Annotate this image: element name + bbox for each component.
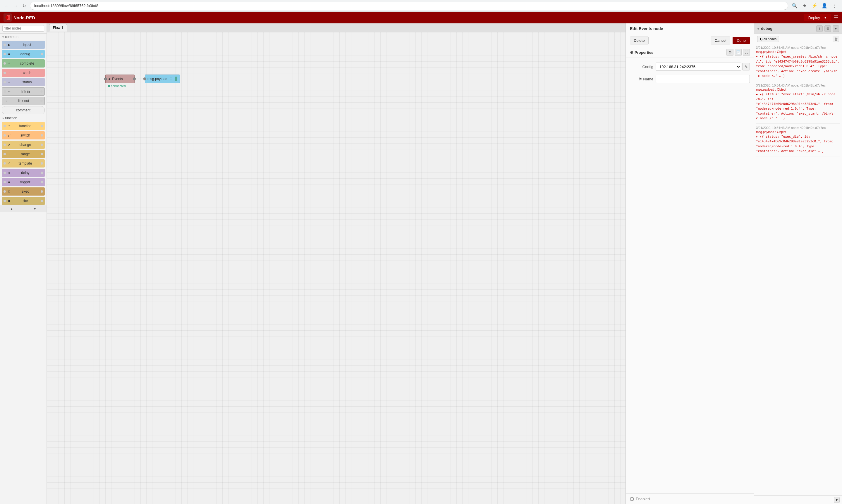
chevron-down-icon: ▾ [2,116,4,120]
debug-toggle-2[interactable]: ► [756,92,758,96]
extensions-icon[interactable]: ⚡ [810,2,819,10]
edit-panel-header: Edit Events node [626,23,754,34]
config-input-wrapper: 192.168.31.242:2375 ✎ [656,62,750,71]
nodered-logo [3,14,12,22]
debug-toggle-1[interactable]: ► [756,55,758,58]
node-inject[interactable]: ▶ inject [2,41,45,49]
canvas-node-msgpayload[interactable]: msg.payload ☰ [145,75,180,83]
filter-icon: ◐ [760,37,763,41]
profile-icon[interactable]: 👤 [820,2,828,10]
node-change[interactable]: ✕ change [2,141,45,149]
debug-msg-meta-3: 3/21/2020, 10:54:43 AM node: 4201b42d.d7… [756,126,840,129]
gear-icon: ⚙ [630,50,633,55]
menu-icon[interactable]: ⋮ [830,2,839,10]
scroll-up-button[interactable]: ▲ [0,206,23,212]
reload-button[interactable]: ↻ [21,3,28,9]
debug-clear-button[interactable]: 🗑 [832,36,839,42]
node-linkin[interactable]: ← link in [2,87,45,95]
edit-panel-footer: Enabled [626,493,754,504]
deploy-arrow[interactable]: ▼ [822,16,827,19]
browser-bar: ← → ↻ localhost:1880/#flow/69f65762.fb3b… [0,0,842,12]
sidebar-scroll-arrows: ▲ ▼ [0,205,47,212]
debug-collapse-button[interactable]: ▼ [832,25,839,32]
debug-info-button[interactable]: i [816,25,823,32]
port-left [3,43,6,46]
node-trigger[interactable]: ■ trigger [2,178,45,186]
node-exec[interactable]: ⚙ exec [2,187,45,196]
connected-status: connected [108,84,126,88]
sidebar-filter-area [0,23,47,34]
properties-tab[interactable]: ⚙ Properties [630,50,653,55]
config-edit-button[interactable]: ✎ [742,63,750,70]
debug-message-3: 3/21/2020, 10:54:43 AM node: 4201b42d.d7… [756,126,840,157]
canvas-grid[interactable]: ● Events msg.payload ☰ connected [47,32,626,504]
port-right [41,181,43,183]
node-template[interactable]: { template [2,159,45,167]
search-icon[interactable]: 🔍 [790,2,799,10]
node-status[interactable]: + status [2,78,45,86]
back-button[interactable]: ← [3,3,10,9]
done-button[interactable]: Done [733,37,750,44]
debug-settings-button[interactable]: ⚙ [824,25,831,32]
node-function[interactable]: f function [2,122,45,130]
node-linkout[interactable]: → link out [2,97,45,105]
filter-nodes-input[interactable] [2,25,44,32]
url-bar[interactable]: localhost:1880/#flow/69f65762.fb3bd8 [30,2,788,10]
switch-icon: ⇄ [7,133,11,138]
linkout-icon: → [4,99,8,103]
debug-filter-button[interactable]: ◐ all nodes [757,36,779,42]
hamburger-menu[interactable]: ☰ [834,14,839,21]
node-catch[interactable]: ! catch [2,69,45,77]
debug-scroll-button[interactable]: ▼ [834,497,840,503]
delete-button[interactable]: Delete [630,37,649,44]
debug-messages: 3/21/2020, 10:54:43 AM node: 4201b42d.d7… [754,44,842,496]
linkin-icon: ← [7,90,12,93]
forward-button[interactable]: → [12,3,19,9]
node-complete[interactable]: ✓ complete [2,59,45,68]
name-input[interactable] [656,75,750,83]
debug-msg-content-3[interactable]: ► ▸{ status: "exec_die", id: "e14347474b… [756,134,840,154]
app-container: Node-RED Deploy ▼ ☰ ▾ common ▶ inject [0,12,842,504]
config-select[interactable]: 192.168.31.242:2375 [656,62,741,71]
description-tab-icon[interactable]: 📄 [735,49,742,56]
port-left [3,172,6,174]
cancel-button[interactable]: Cancel [711,37,730,44]
deploy-button[interactable]: Deploy ▼ [804,14,831,21]
events-port-left [104,77,107,80]
debug-msg-content-1[interactable]: ► ▸{ status: "exec_create: /bin/sh -c no… [756,54,840,79]
canvas-wire [47,32,626,504]
section-common[interactable]: ▾ common [0,34,47,40]
settings-tab-icon[interactable]: ⚙ [726,49,734,56]
port-right [41,53,43,55]
debug-icon: ● [757,26,759,31]
status-icon: + [7,80,11,84]
template-icon: { [7,162,11,165]
edit-tab-icons: ⚙ 📄 ☷ [726,49,750,56]
node-range[interactable]: i range [2,150,45,158]
port-left [3,134,6,137]
debug-header: ● debug i ⚙ ▼ [754,23,842,34]
node-comment[interactable]: comment [2,106,45,114]
appearance-tab-icon[interactable]: ☷ [743,49,750,56]
node-switch[interactable]: ⇄ switch [2,131,45,140]
port-left [3,200,6,202]
edit-tabs: ⚙ Properties ⚙ 📄 ☷ [626,47,754,58]
node-debug[interactable]: ■ debug [2,50,45,58]
debug-msg-content-2[interactable]: ► ▸{ status: "exec_start: /bin/sh -c nod… [756,92,840,121]
node-rbe[interactable]: ■ rbe [2,197,45,205]
scroll-down-button[interactable]: ▼ [23,206,47,212]
port-right [41,162,43,165]
edit-panel-actions: Delete Cancel Done [626,34,754,47]
node-delay[interactable]: ● delay [2,169,45,177]
tab-flow1[interactable]: Flow 1 [49,24,67,32]
exec-icon: ⚙ [7,190,11,194]
top-nav: Node-RED Deploy ▼ ☰ [0,12,842,23]
canvas-node-events[interactable]: ● Events [105,75,135,83]
bookmark-icon[interactable]: ★ [801,2,809,10]
config-label: Config [630,65,653,69]
port-left [3,162,6,165]
section-function[interactable]: ▾ function [0,115,47,121]
port-left [3,144,6,146]
debug-toggle-3[interactable]: ► [756,135,758,139]
enabled-label: Enabled [636,497,650,501]
